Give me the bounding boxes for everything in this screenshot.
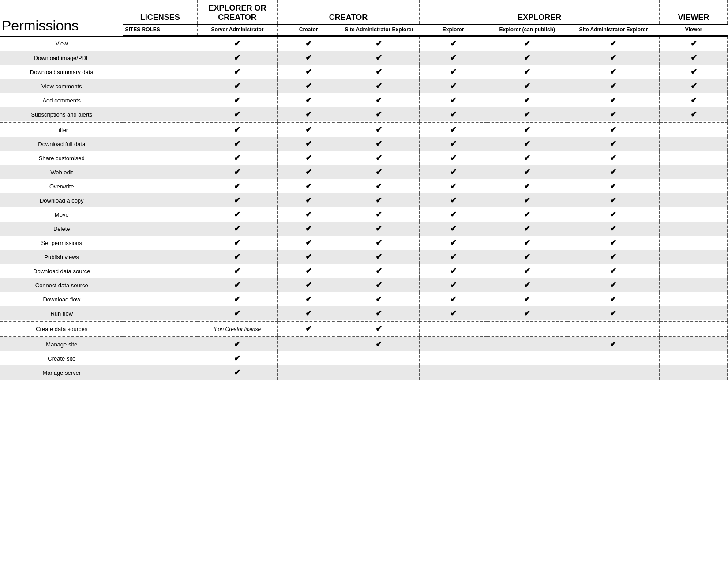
site-admin-explorer-cell (339, 306, 420, 320)
explorer-can-publish-header: Explorer (can publish) (487, 24, 567, 36)
table-row: Manage server (0, 365, 728, 380)
table-row: Add comments (0, 93, 728, 107)
server-admin-cell (197, 264, 278, 278)
sites-roles-cell (123, 365, 197, 380)
viewer-cell (660, 122, 728, 137)
permission-label: Download data source (0, 264, 123, 278)
explorer-cell (419, 193, 487, 207)
sites-roles-cell (123, 337, 197, 351)
sites-roles-cell (123, 236, 197, 250)
sites-roles-cell (123, 79, 197, 93)
explorer-cell (419, 151, 487, 165)
explorer-can-publish-cell (487, 36, 567, 51)
site-admin-explorer-header: Site Administrator Explorer (339, 24, 420, 36)
table-row: Connect data source (0, 278, 728, 292)
viewer-cell (660, 193, 728, 207)
site-admin-explorer2-cell (567, 179, 660, 193)
explorer-can-publish-cell (487, 365, 567, 380)
permission-label: Filter (0, 122, 123, 137)
site-admin-explorer2-cell (567, 79, 660, 93)
permission-label: View (0, 36, 123, 51)
server-admin-cell (197, 36, 278, 51)
table-row: Publish views (0, 250, 728, 264)
permission-label: Download summary data (0, 65, 123, 79)
table-row: Download full data (0, 137, 728, 151)
site-admin-explorer2-cell (567, 193, 660, 207)
creator-cell (278, 337, 339, 351)
explorer-can-publish-cell (487, 264, 567, 278)
explorer-can-publish-cell (487, 137, 567, 151)
table-row: View comments (0, 79, 728, 93)
server-admin-cell (197, 193, 278, 207)
creator-cell (278, 351, 339, 365)
sites-roles-cell (123, 36, 197, 51)
explorer-header: Explorer (419, 24, 487, 36)
viewer-cell (660, 264, 728, 278)
explorer-cell (419, 264, 487, 278)
sites-roles-cell (123, 193, 197, 207)
permission-label: Run flow (0, 306, 123, 320)
creator-cell (278, 306, 339, 320)
server-admin-cell (197, 292, 278, 306)
table-row: Web edit (0, 165, 728, 179)
explorer-can-publish-cell (487, 222, 567, 236)
sites-roles-cell (123, 179, 197, 193)
creator-cell (278, 79, 339, 93)
table-row: Set permissions (0, 236, 728, 250)
creator-cell (278, 151, 339, 165)
viewer-cell (660, 306, 728, 320)
explorer-cell (419, 351, 487, 365)
explorer-can-publish-cell (487, 236, 567, 250)
site-admin-explorer-cell (339, 222, 420, 236)
creator-cell (278, 36, 339, 51)
site-admin-explorer-cell (339, 107, 420, 121)
explorer-can-publish-cell (487, 79, 567, 93)
site-admin-explorer2-cell (567, 292, 660, 306)
server-admin-cell (197, 151, 278, 165)
explorer-cell (419, 321, 487, 336)
permission-label: Connect data source (0, 278, 123, 292)
sites-roles-cell (123, 137, 197, 151)
viewer-cell (660, 278, 728, 292)
sites-roles-cell (123, 264, 197, 278)
server-admin-cell (197, 107, 278, 121)
server-admin-cell (197, 93, 278, 107)
table-row: Create data sourcesIf on Creator license (0, 321, 728, 336)
viewer-cell (660, 365, 728, 380)
server-admin-cell (197, 165, 278, 179)
explorer-can-publish-cell (487, 250, 567, 264)
explorer-cell (419, 137, 487, 151)
site-admin-explorer-cell (339, 207, 420, 222)
server-admin-cell (197, 179, 278, 193)
explorer-can-publish-cell (487, 207, 567, 222)
viewer-cell (660, 107, 728, 121)
viewer-cell (660, 351, 728, 365)
server-admin-cell (197, 236, 278, 250)
site-admin-explorer2-cell (567, 51, 660, 65)
server-admin-cell (197, 222, 278, 236)
permission-label: Overwrite (0, 179, 123, 193)
site-admin-explorer2-cell (567, 351, 660, 365)
licenses-header: LICENSES (123, 0, 197, 24)
sites-roles-cell (123, 151, 197, 165)
explorer-cell (419, 65, 487, 79)
sites-roles-cell (123, 165, 197, 179)
creator-cell (278, 193, 339, 207)
creator-cell (278, 222, 339, 236)
permissions-title: Permissions (0, 0, 123, 36)
site-admin-explorer-cell (339, 165, 420, 179)
creator-cell (278, 365, 339, 380)
explorer-cell (419, 79, 487, 93)
server-admin-cell (197, 65, 278, 79)
explorer-cell (419, 93, 487, 107)
explorer-cell (419, 250, 487, 264)
site-admin-explorer2-cell (567, 93, 660, 107)
site-admin-explorer-cell (339, 51, 420, 65)
site-admin-explorer-cell (339, 93, 420, 107)
server-admin-cell (197, 250, 278, 264)
explorer-cell (419, 365, 487, 380)
site-admin-explorer-cell (339, 151, 420, 165)
table-row: View (0, 36, 728, 51)
permission-label: Manage server (0, 365, 123, 380)
explorer-cell (419, 306, 487, 320)
